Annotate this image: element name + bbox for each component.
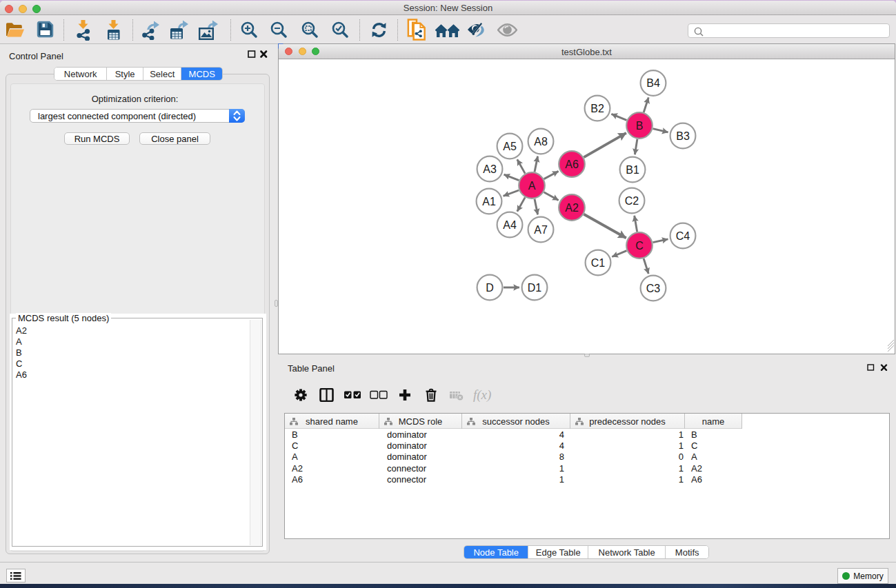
svg-text:B1: B1 [626,164,639,176]
svg-text:A8: A8 [534,136,548,148]
svg-text:B4: B4 [646,77,660,89]
svg-text:f(x): f(x) [473,388,491,402]
svg-text:D1: D1 [528,282,542,294]
svg-text:A7: A7 [534,224,548,236]
svg-text:A6: A6 [565,159,579,170]
svg-text:A: A [528,180,536,192]
svg-text:C2: C2 [625,195,639,207]
svg-text:A1: A1 [482,196,496,207]
svg-text:A3: A3 [483,163,497,175]
svg-text:C4: C4 [676,230,690,242]
svg-text:A4: A4 [503,219,517,231]
svg-text:C1: C1 [591,257,606,269]
svg-text:B2: B2 [590,103,604,114]
svg-text:A2: A2 [565,202,579,214]
svg-text:C3: C3 [646,283,661,294]
svg-text:C: C [635,240,644,252]
svg-text:B: B [636,120,644,132]
svg-text:B3: B3 [676,130,690,142]
svg-text:D: D [486,282,494,294]
svg-text:A5: A5 [503,141,517,152]
